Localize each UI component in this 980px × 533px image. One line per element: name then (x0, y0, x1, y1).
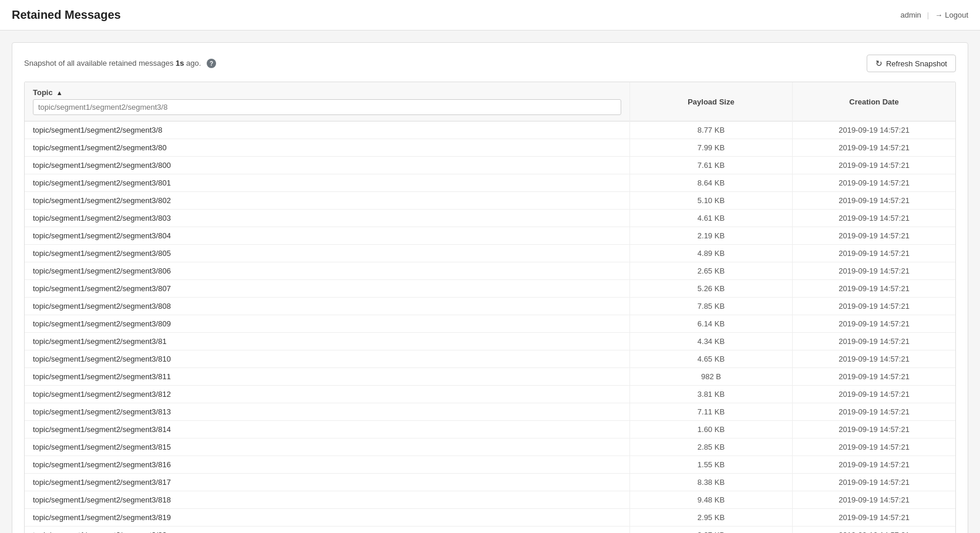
table-row[interactable]: topic/segment1/segment2/segment3/806 2.6… (25, 262, 955, 280)
payload-cell: 8.38 KB (629, 474, 792, 491)
topic-cell: topic/segment1/segment2/segment3/819 (25, 509, 629, 527)
table-row[interactable]: topic/segment1/segment2/segment3/809 6.1… (25, 315, 955, 333)
payload-cell: 2.65 KB (629, 262, 792, 280)
refresh-snapshot-button[interactable]: ↻ Refresh Snapshot (867, 55, 956, 72)
topic-cell: topic/segment1/segment2/segment3/809 (25, 315, 629, 333)
sort-arrow-icon: ▲ (56, 89, 63, 96)
main-card: Snapshot of all available retained messa… (12, 42, 968, 533)
payload-cell: 1.60 KB (629, 421, 792, 438)
topic-cell: topic/segment1/segment2/segment3/803 (25, 210, 629, 227)
topic-cell: topic/segment1/segment2/segment3/818 (25, 491, 629, 509)
table-row[interactable]: topic/segment1/segment2/segment3/818 9.4… (25, 491, 955, 509)
topic-search-input[interactable] (33, 99, 621, 115)
topic-cell: topic/segment1/segment2/segment3/81 (25, 333, 629, 350)
table-row[interactable]: topic/segment1/segment2/segment3/819 2.9… (25, 509, 955, 527)
table-row[interactable]: topic/segment1/segment2/segment3/800 7.6… (25, 157, 955, 174)
table-row[interactable]: topic/segment1/segment2/segment3/811 982… (25, 368, 955, 386)
topic-cell: topic/segment1/segment2/segment3/800 (25, 157, 629, 174)
topic-cell: topic/segment1/segment2/segment3/813 (25, 403, 629, 421)
payload-cell: 7.85 KB (629, 298, 792, 315)
table-row[interactable]: topic/segment1/segment2/segment3/814 1.6… (25, 421, 955, 438)
topic-cell: topic/segment1/segment2/segment3/812 (25, 386, 629, 403)
table-row[interactable]: topic/segment1/segment2/segment3/816 1.5… (25, 456, 955, 474)
topic-cell: topic/segment1/segment2/segment3/802 (25, 192, 629, 210)
data-table-wrapper: Topic ▲ Payload Size Creation Date (24, 82, 956, 533)
table-row[interactable]: topic/segment1/segment2/segment3/8 8.77 … (25, 122, 955, 139)
logout-link[interactable]: → Logout (935, 11, 968, 19)
topic-cell: topic/segment1/segment2/segment3/804 (25, 227, 629, 245)
payload-cell: 4.61 KB (629, 210, 792, 227)
payload-cell: 8.64 KB (629, 174, 792, 192)
date-cell: 2019-09-19 14:57:21 (793, 262, 955, 280)
table-row[interactable]: topic/segment1/segment2/segment3/815 2.8… (25, 438, 955, 456)
topic-cell: topic/segment1/segment2/segment3/806 (25, 262, 629, 280)
topic-column-header[interactable]: Topic ▲ (25, 82, 629, 122)
table-row[interactable]: topic/segment1/segment2/segment3/812 3.8… (25, 386, 955, 403)
table-row[interactable]: topic/segment1/segment2/segment3/801 8.6… (25, 174, 955, 192)
help-icon[interactable]: ? (207, 59, 216, 68)
topic-cell: topic/segment1/segment2/segment3/816 (25, 456, 629, 474)
payload-cell: 2.19 KB (629, 227, 792, 245)
date-cell: 2019-09-19 14:57:21 (793, 210, 955, 227)
table-row[interactable]: topic/segment1/segment2/segment3/802 5.1… (25, 192, 955, 210)
date-cell: 2019-09-19 14:57:21 (793, 421, 955, 438)
date-cell: 2019-09-19 14:57:21 (793, 403, 955, 421)
table-header-row: Topic ▲ Payload Size Creation Date (25, 82, 955, 122)
table-row[interactable]: topic/segment1/segment2/segment3/80 7.99… (25, 139, 955, 157)
topic-cell: topic/segment1/segment2/segment3/801 (25, 174, 629, 192)
snapshot-text: Snapshot of all available retained messa… (24, 59, 216, 68)
payload-cell: 9.48 KB (629, 491, 792, 509)
table-row[interactable]: topic/segment1/segment2/segment3/803 4.6… (25, 210, 955, 227)
payload-cell: 5.26 KB (629, 280, 792, 298)
date-cell: 2019-09-19 14:57:21 (793, 386, 955, 403)
payload-cell: 7.99 KB (629, 139, 792, 157)
payload-cell: 2.95 KB (629, 509, 792, 527)
table-row[interactable]: topic/segment1/segment2/segment3/810 4.6… (25, 350, 955, 368)
payload-cell: 4.34 KB (629, 333, 792, 350)
payload-cell: 7.11 KB (629, 403, 792, 421)
snapshot-info: Snapshot of all available retained messa… (24, 59, 216, 69)
table-row[interactable]: topic/segment1/segment2/segment3/813 7.1… (25, 403, 955, 421)
payload-cell: 7.61 KB (629, 157, 792, 174)
payload-cell: 1.55 KB (629, 456, 792, 474)
topic-cell: topic/segment1/segment2/segment3/8 (25, 122, 629, 139)
date-cell: 2019-09-19 14:57:21 (793, 474, 955, 491)
table-row[interactable]: topic/segment1/segment2/segment3/817 8.3… (25, 474, 955, 491)
refresh-icon: ↻ (875, 59, 883, 68)
date-cell: 2019-09-19 14:57:21 (793, 350, 955, 368)
logout-icon: → (935, 11, 942, 19)
payload-cell: 2.27 KB (629, 527, 792, 534)
date-cell: 2019-09-19 14:57:21 (793, 315, 955, 333)
date-cell: 2019-09-19 14:57:21 (793, 245, 955, 262)
table-row[interactable]: topic/segment1/segment2/segment3/804 2.1… (25, 227, 955, 245)
payload-cell: 6.14 KB (629, 315, 792, 333)
top-bar: Retained Messages admin | → Logout (0, 0, 980, 31)
creation-column-header: Creation Date (793, 82, 955, 122)
payload-cell: 5.10 KB (629, 192, 792, 210)
topic-cell: topic/segment1/segment2/segment3/817 (25, 474, 629, 491)
payload-cell: 982 B (629, 368, 792, 386)
topic-cell: topic/segment1/segment2/segment3/814 (25, 421, 629, 438)
date-cell: 2019-09-19 14:57:21 (793, 122, 955, 139)
table-row[interactable]: topic/segment1/segment2/segment3/82 2.27… (25, 527, 955, 534)
date-cell: 2019-09-19 14:57:21 (793, 139, 955, 157)
table-row[interactable]: topic/segment1/segment2/segment3/81 4.34… (25, 333, 955, 350)
divider: | (927, 11, 929, 19)
date-cell: 2019-09-19 14:57:21 (793, 509, 955, 527)
table-row[interactable]: topic/segment1/segment2/segment3/805 4.8… (25, 245, 955, 262)
payload-column-header: Payload Size (629, 82, 792, 122)
date-cell: 2019-09-19 14:57:21 (793, 333, 955, 350)
date-cell: 2019-09-19 14:57:21 (793, 157, 955, 174)
payload-cell: 8.77 KB (629, 122, 792, 139)
date-cell: 2019-09-19 14:57:21 (793, 174, 955, 192)
top-bar-right: admin | → Logout (900, 11, 968, 19)
table-row[interactable]: topic/segment1/segment2/segment3/808 7.8… (25, 298, 955, 315)
table-row[interactable]: topic/segment1/segment2/segment3/807 5.2… (25, 280, 955, 298)
payload-cell: 3.81 KB (629, 386, 792, 403)
topic-cell: topic/segment1/segment2/segment3/82 (25, 527, 629, 534)
table-body: topic/segment1/segment2/segment3/8 8.77 … (25, 122, 955, 534)
payload-cell: 4.65 KB (629, 350, 792, 368)
logout-label: Logout (945, 11, 968, 19)
page-title: Retained Messages (12, 8, 121, 22)
date-cell: 2019-09-19 14:57:21 (793, 192, 955, 210)
